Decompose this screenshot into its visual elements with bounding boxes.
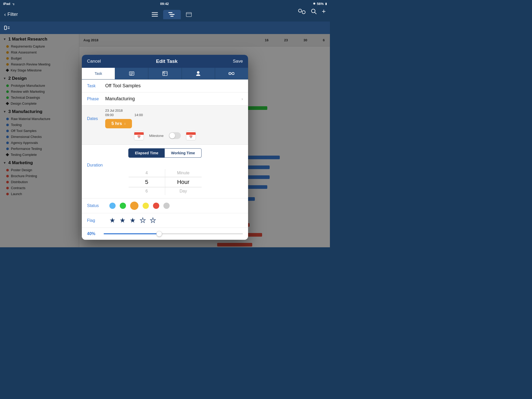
bluetooth-icon: ✱ [313, 2, 315, 5]
svg-point-11 [311, 9, 315, 13]
task-field-value[interactable]: Off Tool Samples [105, 83, 243, 89]
calendar-body: 📅 [189, 135, 193, 139]
svg-rect-2 [152, 14, 158, 15]
modal-tabs: Task [82, 68, 248, 79]
svg-rect-5 [169, 14, 175, 15]
status-yellow[interactable] [143, 203, 149, 209]
modal-title: Edit Task [156, 58, 178, 64]
duration-pill-value: 5 hrs [111, 121, 122, 126]
toggle-knob [169, 133, 175, 138]
duration-number-col[interactable]: 4 5 6 [129, 169, 165, 195]
battery-label: 56% [317, 2, 324, 6]
save-button[interactable]: Save [233, 59, 243, 64]
svg-rect-7 [186, 12, 191, 17]
picker-unit-minute: Minute [165, 169, 202, 177]
tab-list-view[interactable] [147, 10, 163, 19]
svg-point-9 [298, 9, 302, 12]
elapsed-time-button[interactable]: Elapsed Time [128, 148, 165, 158]
progress-row: 40% [82, 228, 248, 240]
date-value: 23 Jul 2018 [105, 109, 123, 112]
time-display: 09:42 [160, 2, 169, 6]
status-green[interactable] [120, 203, 126, 209]
dates-info: 23 Jul 2018 09:00 14:00 5 hrs ↕ [105, 109, 243, 128]
end-time[interactable]: 14:00 [135, 113, 143, 117]
tab-person[interactable] [182, 68, 215, 79]
progress-label: 40% [87, 231, 99, 236]
tab-task-label: Task [95, 71, 102, 76]
start-calendar-icon[interactable]: 📅 [134, 131, 144, 140]
tab-task[interactable]: Task [82, 68, 115, 79]
duration-picker: 4 5 6 Minute Hour Day [82, 169, 248, 198]
status-red[interactable] [153, 203, 159, 209]
tab-gantt-view[interactable] [163, 10, 181, 19]
tab-link[interactable] [215, 68, 248, 79]
svg-point-10 [302, 11, 305, 14]
flag-label: Flag [87, 218, 105, 223]
working-time-button[interactable]: Working Time [165, 148, 201, 158]
milestone-label: Milestone [149, 134, 164, 138]
tab-board-view[interactable] [181, 10, 197, 19]
top-toolbar: ‹ Filter [0, 7, 330, 22]
status-bar: iPad 09:42 ✱ 56% ▮ [0, 0, 330, 7]
status-row: Status [82, 198, 248, 213]
duration-pill-wrapper: 5 hrs ↕ [105, 119, 243, 128]
status-orange-selected[interactable] [130, 202, 138, 210]
end-calendar-icon[interactable]: 📅 [186, 131, 196, 140]
star-1[interactable]: ★ [150, 216, 156, 224]
filter-label[interactable]: Filter [8, 12, 18, 17]
modal-body: Task Off Tool Samples Phase Manufacturin… [82, 79, 248, 240]
status-blue[interactable] [109, 203, 116, 209]
wifi-icon [12, 2, 16, 5]
search-icon[interactable] [311, 9, 317, 14]
phase-field[interactable]: Phase Manufacturing › [82, 92, 248, 105]
tab-checklist[interactable] [148, 68, 182, 79]
status-label: Status [87, 203, 105, 208]
start-time[interactable]: 09:00 [105, 113, 114, 117]
duration-unit-col[interactable]: Minute Hour Day [165, 169, 202, 195]
progress-thumb[interactable] [156, 231, 162, 237]
milestone-row: 📅 Milestone 📅 [87, 131, 243, 140]
battery-icon: ▮ [325, 2, 327, 5]
phase-field-value: Manufacturing [105, 96, 242, 102]
add-button[interactable]: + [322, 7, 326, 15]
sidebar-toggle-icon[interactable] [4, 26, 10, 30]
modal-header: Cancel Edit Task Save [82, 55, 248, 68]
main-content: ▼ 1 Market Research Requirements Capture… [0, 34, 330, 247]
status-gray[interactable] [163, 203, 170, 209]
dates-section: Dates 23 Jul 2018 09:00 14:00 [82, 105, 248, 145]
date-header: 23 Jul 2018 [105, 109, 243, 112]
task-field: Task Off Tool Samples [82, 79, 248, 92]
filter-button[interactable]: ‹ Filter [4, 11, 18, 17]
dates-top: Dates 23 Jul 2018 09:00 14:00 [87, 109, 243, 128]
cancel-button[interactable]: Cancel [87, 59, 101, 64]
calendar-body: 📅 [137, 135, 141, 139]
svg-rect-4 [168, 12, 172, 13]
duration-pill-chevron: ↕ [124, 122, 126, 125]
star-4[interactable]: ★ [119, 216, 125, 224]
modal-overlay: Cancel Edit Task Save Task [0, 34, 330, 247]
star-5[interactable]: ★ [109, 216, 115, 224]
progress-fill [104, 233, 159, 234]
progress-track[interactable] [104, 233, 243, 234]
time-row: 09:00 14:00 [105, 113, 243, 117]
svg-rect-25 [232, 72, 234, 75]
duration-pill[interactable]: 5 hrs ↕ [105, 119, 132, 128]
calendar-top [134, 132, 144, 135]
toggle-icon[interactable] [298, 9, 306, 14]
picker-num-5: 5 [129, 177, 165, 187]
svg-point-0 [14, 5, 14, 5]
picker-unit-hour: Hour [165, 177, 202, 187]
star-3[interactable]: ★ [130, 216, 136, 224]
star-2[interactable]: ★ [140, 216, 146, 224]
status-bar-right: ✱ 56% ▮ [313, 2, 327, 6]
flag-row: Flag ★ ★ ★ ★ ★ [82, 213, 248, 228]
svg-rect-3 [152, 16, 158, 17]
toolbar-tabs [18, 10, 326, 19]
milestone-toggle[interactable] [169, 132, 181, 139]
svg-rect-1 [152, 12, 158, 13]
duration-label: Duration [82, 159, 248, 169]
svg-line-12 [315, 12, 316, 14]
device-label: iPad [3, 2, 10, 6]
phase-arrow-icon: › [242, 97, 243, 101]
tab-notes[interactable] [115, 68, 148, 79]
